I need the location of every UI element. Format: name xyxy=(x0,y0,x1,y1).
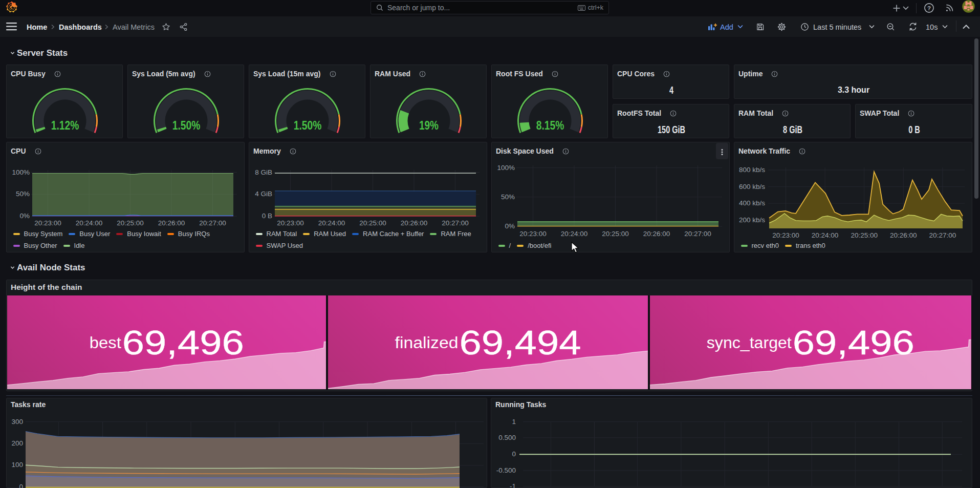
svg-text:8.15%: 8.15% xyxy=(536,118,564,133)
svg-text:1.50%: 1.50% xyxy=(294,118,322,133)
svg-text:1.50%: 1.50% xyxy=(172,118,201,133)
svg-text:19%: 19% xyxy=(419,118,439,133)
svg-text:sync_target: sync_target xyxy=(707,333,792,351)
svg-text:69,496: 69,496 xyxy=(122,323,244,361)
svg-text:69,494: 69,494 xyxy=(460,323,581,361)
svg-text:69,496: 69,496 xyxy=(793,323,914,361)
svg-text:finalized: finalized xyxy=(395,333,459,351)
svg-text:best: best xyxy=(89,333,121,351)
svg-text:1.12%: 1.12% xyxy=(51,118,79,133)
svg-text:?: ? xyxy=(927,5,931,11)
